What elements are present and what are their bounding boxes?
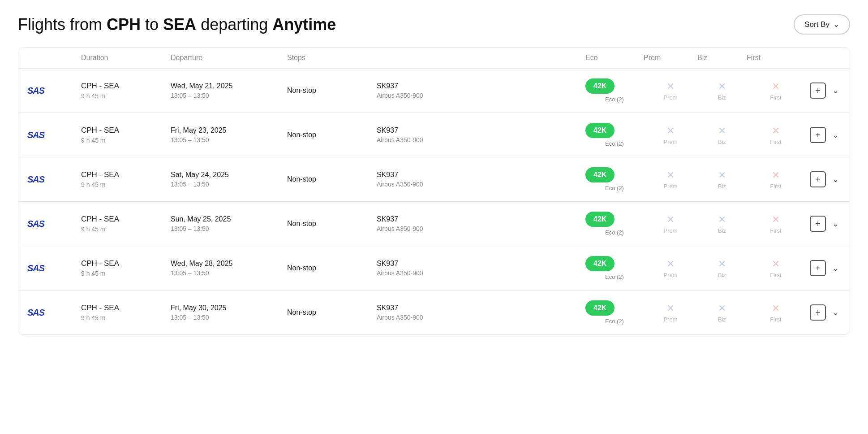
prem-label: Prem (663, 227, 677, 234)
departure-time: 13:05 – 13:50 (171, 225, 287, 232)
add-flight-button[interactable]: + (810, 260, 826, 276)
table-row: SAS CPH - SEA 9 h 45 m Wed, May 28, 2025… (18, 246, 850, 291)
departure-info: Sun, May 25, 2025 13:05 – 13:50 (171, 215, 287, 232)
airline-logo: SAS (27, 308, 81, 318)
col-airline (27, 54, 81, 62)
departure-info: Sat, May 24, 2025 13:05 – 13:50 (171, 171, 287, 188)
biz-unavailable-icon: ✕ (718, 214, 726, 226)
biz-cell: ✕ Biz (697, 258, 747, 278)
departure-date: Wed, May 21, 2025 (171, 82, 287, 90)
departure-time: 13:05 – 13:50 (171, 314, 287, 321)
prem-cell: ✕ Prem (644, 81, 697, 101)
add-flight-button[interactable]: + (810, 127, 826, 143)
prem-unavailable-icon: ✕ (666, 214, 675, 226)
departure-info: Fri, May 23, 2025 13:05 – 13:50 (171, 126, 287, 143)
flight-number: SK937 (377, 171, 585, 179)
eco-cell: 42K Eco (2) (585, 256, 644, 280)
biz-label: Biz (718, 316, 726, 323)
route-text: CPH - SEA (81, 215, 171, 224)
biz-cell: ✕ Biz (697, 125, 747, 145)
departure-time: 13:05 – 13:50 (171, 269, 287, 277)
airline-logo: SAS (27, 86, 81, 96)
stops-cell: Non-stop (287, 87, 377, 95)
biz-unavailable-icon: ✕ (718, 258, 726, 270)
first-unavailable-icon: ✕ (772, 125, 780, 137)
aircraft-type: Airbus A350-900 (377, 269, 585, 277)
departure-date: Fri, May 23, 2025 (171, 126, 287, 135)
prem-unavailable-icon: ✕ (666, 125, 675, 137)
airline-logo: SAS (27, 174, 81, 185)
eco-sub: Eco (2) (585, 273, 644, 280)
duration-text: 9 h 45 m (81, 137, 171, 144)
actions-cell: + ⌄ (805, 127, 841, 143)
actions-cell: + ⌄ (805, 304, 841, 321)
flight-number: SK937 (377, 82, 585, 90)
stops-cell: Non-stop (287, 220, 377, 228)
expand-row-button[interactable]: ⌄ (830, 84, 841, 97)
airline-logo: SAS (27, 130, 81, 140)
sort-by-button[interactable]: Sort By ⌄ (794, 14, 850, 35)
biz-unavailable-icon: ✕ (718, 169, 726, 181)
flights-table: Duration Departure Stops Eco Prem Biz Fi… (18, 47, 850, 335)
prem-unavailable-icon: ✕ (666, 169, 675, 181)
first-unavailable-icon: ✕ (772, 258, 780, 270)
col-actions (805, 54, 841, 62)
eco-cell: 42K Eco (2) (585, 300, 644, 325)
aircraft-type: Airbus A350-900 (377, 181, 585, 188)
col-biz: Biz (697, 54, 747, 62)
table-row: SAS CPH - SEA 9 h 45 m Fri, May 23, 2025… (18, 113, 850, 157)
biz-cell: ✕ Biz (697, 169, 747, 190)
flight-details: SK937 Airbus A350-900 (377, 126, 585, 143)
biz-cell: ✕ Biz (697, 81, 747, 101)
table-row: SAS CPH - SEA 9 h 45 m Wed, May 21, 2025… (18, 69, 850, 113)
first-cell: ✕ First (747, 169, 805, 190)
departure-date: Fri, May 30, 2025 (171, 304, 287, 312)
route-text: CPH - SEA (81, 304, 171, 312)
table-row: SAS CPH - SEA 9 h 45 m Fri, May 30, 2025… (18, 291, 850, 334)
route-text: CPH - SEA (81, 259, 171, 268)
prem-label: Prem (663, 272, 677, 278)
add-flight-button[interactable]: + (810, 171, 826, 187)
aircraft-type: Airbus A350-900 (377, 136, 585, 143)
add-flight-button[interactable]: + (810, 304, 826, 321)
eco-badge: 42K (585, 123, 614, 138)
expand-row-button[interactable]: ⌄ (830, 128, 841, 142)
expand-row-button[interactable]: ⌄ (830, 173, 841, 186)
biz-label: Biz (718, 272, 726, 278)
expand-row-button[interactable]: ⌄ (830, 306, 841, 319)
flight-details: SK937 Airbus A350-900 (377, 171, 585, 188)
stops-cell: Non-stop (287, 131, 377, 139)
flight-number: SK937 (377, 304, 585, 312)
add-flight-button[interactable]: + (810, 216, 826, 232)
eco-badge: 42K (585, 300, 614, 316)
first-unavailable-icon: ✕ (772, 81, 780, 92)
flight-details: SK937 Airbus A350-900 (377, 215, 585, 232)
first-cell: ✕ First (747, 125, 805, 145)
add-flight-button[interactable]: + (810, 82, 826, 99)
biz-label: Biz (718, 139, 726, 145)
departure-time: 13:05 – 13:50 (171, 136, 287, 143)
eco-badge: 42K (585, 167, 614, 182)
route-info: CPH - SEA 9 h 45 m (81, 304, 171, 321)
flight-number: SK937 (377, 126, 585, 135)
biz-unavailable-icon: ✕ (718, 125, 726, 137)
eco-cell: 42K Eco (2) (585, 78, 644, 103)
departure-info: Fri, May 30, 2025 13:05 – 13:50 (171, 304, 287, 321)
duration-text: 9 h 45 m (81, 226, 171, 233)
first-label: First (770, 316, 781, 323)
duration-text: 9 h 45 m (81, 181, 171, 188)
duration-text: 9 h 45 m (81, 314, 171, 321)
eco-badge: 42K (585, 256, 614, 271)
departure-time: 13:05 – 13:50 (171, 181, 287, 188)
prem-label: Prem (663, 139, 677, 145)
expand-row-button[interactable]: ⌄ (830, 217, 841, 230)
route-text: CPH - SEA (81, 170, 171, 179)
expand-row-button[interactable]: ⌄ (830, 261, 841, 275)
biz-label: Biz (718, 183, 726, 190)
duration-text: 9 h 45 m (81, 270, 171, 277)
departure-date: Sat, May 24, 2025 (171, 171, 287, 179)
biz-cell: ✕ Biz (697, 303, 747, 323)
eco-sub: Eco (2) (585, 318, 644, 325)
departure-time: 13:05 – 13:50 (171, 92, 287, 99)
col-eco: Eco (585, 54, 644, 62)
